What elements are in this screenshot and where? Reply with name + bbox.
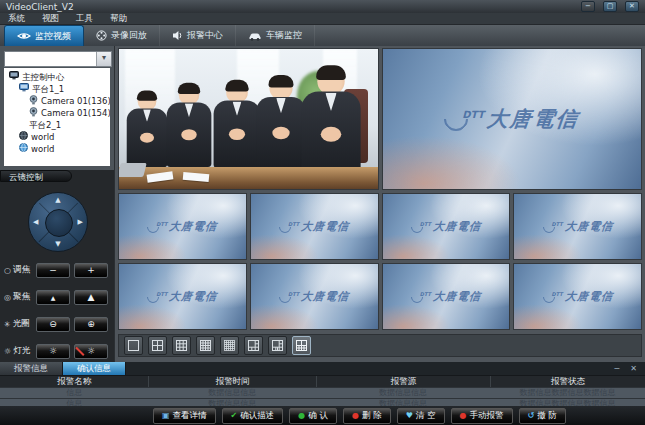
alarm-table-row[interactable]: 信息 数据信息信息 数据信息信息 数据信息数据信息数据信息 [0, 388, 645, 398]
light-off-button[interactable]: ☼ [74, 344, 108, 359]
tree-item-world-1[interactable]: world [4, 131, 110, 143]
device-tree: 主控制中心 平台1_1 Camera 01(136) Camera 01(154… [4, 68, 110, 166]
video-tile-idle[interactable]: DTT大唐電信 [250, 193, 379, 260]
tree-item-platform-1[interactable]: 平台1_1 [4, 83, 110, 95]
playback-reel-icon [96, 30, 107, 41]
video-tile-idle[interactable]: DTT大唐電信 [118, 193, 247, 260]
chevron-down-icon: ▾ [96, 52, 111, 66]
tab-vehicle-monitor[interactable]: 车辆监控 [236, 25, 315, 46]
ptz-row-focus: ◎聚焦 ▲ ▲ [0, 289, 114, 305]
tree-item-camera-154[interactable]: Camera 01(154) [4, 107, 110, 119]
car-icon [248, 31, 262, 41]
iris-open-button[interactable]: ⊕ [74, 317, 108, 332]
delete-button[interactable]: ●删 除 [343, 408, 391, 424]
disarm-icon: ↺ [528, 412, 535, 420]
close-button[interactable]: ✕ [625, 1, 639, 12]
monitor-icon [9, 71, 19, 83]
focus-icon: ◎ [4, 293, 11, 302]
tab-live-video[interactable]: 监控视频 [4, 25, 84, 46]
tree-item-control-center[interactable]: 主控制中心 [4, 71, 110, 83]
video-client-window: VideoClient_V2 − ▢ ✕ 系统 视图 工具 帮助 监控视频 录像… [0, 0, 645, 425]
video-tile-idle[interactable]: DTT大唐電信 [118, 263, 247, 330]
zoom-in-button[interactable]: + [74, 263, 108, 278]
layout-9-button[interactable] [172, 336, 191, 355]
datang-logo: DTT大唐電信 [119, 264, 246, 329]
tab-playback[interactable]: 录像回放 [84, 25, 160, 46]
layout-16-button[interactable] [196, 336, 215, 355]
col-alarm-source: 报警源 [316, 376, 490, 387]
layout-1-button[interactable] [124, 336, 143, 355]
confirm-dot-icon: ● [298, 412, 305, 420]
zoom-out-button[interactable]: − [36, 263, 70, 278]
datang-logo: DTT大唐電信 [514, 194, 641, 259]
ptz-row-iris: ✳光圈 ⊖ ⊕ [0, 316, 114, 332]
focus-near-button[interactable]: ▲ [36, 290, 70, 305]
tab-alarm-center[interactable]: 报警中心 [160, 25, 236, 46]
title-bar: VideoClient_V2 − ▢ ✕ [0, 0, 645, 13]
layout-10-button[interactable] [292, 336, 311, 355]
col-alarm-status: 报警状态 [490, 376, 645, 387]
datang-logo: DTT大唐電信 [251, 264, 378, 329]
ptz-row-light: ☼灯光 ☼ ☼ [0, 343, 114, 359]
video-tile-idle[interactable]: DTT大唐電信 [382, 263, 511, 330]
alarm-tab-strip: 报警信息 确认信息 − ✕ [0, 362, 645, 376]
video-tile-main-camera[interactable] [118, 48, 379, 190]
zoom-ring-icon: ○ [4, 266, 11, 275]
delete-dot-icon: ● [352, 412, 359, 420]
alarm-panel: 报警信息 确认信息 − ✕ 报警名称 报警时间 报警源 报警状态 信息 数据信息… [0, 362, 645, 425]
ptz-up-arrow[interactable]: ▲ [55, 196, 60, 204]
platform-icon [19, 83, 29, 95]
ptz-right-arrow[interactable]: ▶ [78, 218, 83, 226]
confirm-description-button[interactable]: ✔确认描述 [222, 408, 284, 424]
panel-collapse-icon[interactable]: − [614, 362, 621, 375]
view-details-button[interactable]: ▣查看详情 [153, 408, 216, 424]
confirm-check-icon: ✔ [231, 412, 238, 420]
disarm-button[interactable]: ↺撤 防 [519, 408, 566, 424]
ptz-center-button[interactable] [45, 209, 73, 237]
focus-far-button[interactable]: ▲ [74, 290, 108, 305]
video-tile-idle[interactable]: DTT大唐電信 [250, 263, 379, 330]
tree-item-camera-136[interactable]: Camera 01(136) [4, 95, 110, 107]
ptz-down-arrow[interactable]: ▼ [55, 240, 60, 248]
video-tile-idle[interactable]: DTT大唐電信 [513, 263, 642, 330]
person [301, 68, 360, 177]
ptz-dpad[interactable]: ▲ ▼ ◀ ▶ [28, 192, 88, 252]
video-tile-idle[interactable]: DTT 大唐電信 [382, 48, 643, 190]
menu-view[interactable]: 视图 [42, 13, 59, 25]
video-tile-idle[interactable]: DTT大唐電信 [513, 193, 642, 260]
maximize-button[interactable]: ▢ [603, 1, 617, 12]
menu-system[interactable]: 系统 [8, 13, 25, 25]
menu-tools[interactable]: 工具 [76, 13, 93, 25]
panel-close-icon[interactable]: ✕ [630, 362, 637, 375]
globe-dark-icon [19, 131, 28, 143]
device-combo-box[interactable]: ▾ [4, 51, 112, 67]
ptz-row-zoom: ○调焦 − + [0, 262, 114, 278]
datang-logo: DTT大唐電信 [119, 194, 246, 259]
globe-blue-icon [19, 143, 28, 155]
screen-layout-bar [118, 334, 642, 357]
alarm-footer-bar: ▣查看详情 ✔确认描述 ●确 认 ●删 除 ♥清 空 ●手动报警 ↺撤 防 [0, 406, 645, 425]
tab-confirm-info[interactable]: 确认信息 [63, 362, 126, 375]
layout-4-button[interactable] [148, 336, 167, 355]
video-tile-idle[interactable]: DTT大唐電信 [382, 193, 511, 260]
layout-8-button[interactable] [268, 336, 287, 355]
manual-alarm-button[interactable]: ●手动报警 [451, 408, 513, 424]
layout-6-button[interactable] [244, 336, 263, 355]
minimize-button[interactable]: − [581, 1, 595, 12]
eye-icon [17, 31, 31, 41]
video-grid: DTT 大唐電信 DTT大唐電信 DTT大唐電信 DTT大唐電信 DTT大唐電信… [118, 48, 642, 330]
col-alarm-name: 报警名称 [0, 376, 148, 387]
ptz-left-arrow[interactable]: ◀ [33, 218, 38, 226]
menu-help[interactable]: 帮助 [110, 13, 127, 25]
device-sidebar: ▾ 主控制中心 平台1_1 Camera 01(136) Camera 01(1… [0, 46, 115, 362]
aperture-icon: ✳ [4, 320, 11, 329]
confirm-button[interactable]: ●确 认 [289, 408, 337, 424]
iris-close-button[interactable]: ⊖ [36, 317, 70, 332]
tab-alarm-info[interactable]: 报警信息 [0, 362, 63, 375]
tree-item-world-2[interactable]: world [4, 143, 110, 155]
camera-icon [29, 107, 38, 120]
clear-button[interactable]: ♥清 空 [397, 408, 445, 424]
layout-25-button[interactable] [220, 336, 239, 355]
tree-item-platform-2[interactable]: 平台2_1 [4, 119, 110, 131]
light-on-button[interactable]: ☼ [36, 344, 70, 359]
